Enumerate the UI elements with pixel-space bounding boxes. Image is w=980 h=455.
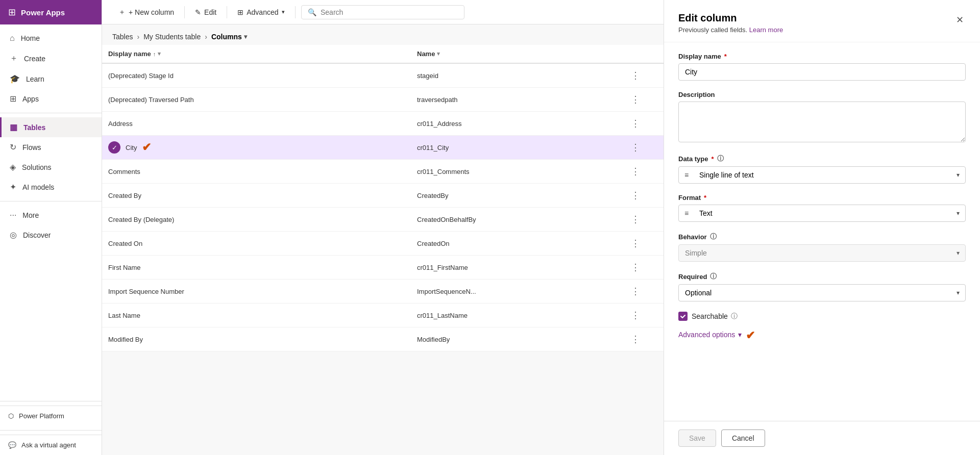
row-menu-button[interactable]: ⋮ (628, 237, 643, 250)
table-row[interactable]: (Deprecated) Stage Id stageid ⋮ (102, 63, 664, 88)
waffle-icon[interactable]: ⊞ (8, 7, 16, 18)
search-icon: 🔍 (308, 8, 316, 16)
table-row[interactable]: Last Name cr011_LastName ⋮ (102, 304, 664, 327)
table-row-selected[interactable]: ✓ City ✔ cr011_City ⋮ (102, 136, 664, 160)
content-area: ＋ + New column ✎ Edit ⊞ Advanced ▾ 🗑 Del… (102, 0, 664, 455)
sidebar-item-label: Solutions (22, 163, 52, 171)
virtual-agent-icon: 💬 (8, 441, 16, 449)
table-row[interactable]: Address cr011_Address ⋮ (102, 112, 664, 136)
row-menu-button[interactable]: ⋮ (628, 285, 643, 298)
behavior-field-group: Behavior ⓘ Simple ▾ (678, 232, 966, 262)
row-menu-button[interactable]: ⋮ (628, 333, 643, 346)
new-column-button[interactable]: ＋ + New column (112, 5, 180, 20)
row-menu-button[interactable]: ⋮ (628, 189, 643, 202)
row-display-name: Created By (102, 184, 411, 208)
sidebar-item-power-platform[interactable]: ⬡ Power Platform (0, 406, 102, 426)
search-input[interactable] (321, 8, 458, 16)
description-textarea[interactable] (678, 102, 966, 142)
required-select[interactable]: Optional (678, 284, 966, 301)
discover-icon: ◎ (10, 230, 17, 240)
orange-checkmark-icon: ✔ (142, 141, 151, 154)
display-name-input[interactable] (678, 63, 966, 81)
table-row[interactable]: First Name cr011_FirstName ⋮ (102, 256, 664, 280)
row-menu-button[interactable]: ⋮ (628, 141, 643, 154)
row-menu-button[interactable]: ⋮ (628, 309, 643, 322)
searchable-checkbox-row: Searchable ⓘ (678, 312, 966, 321)
required-info-icon[interactable]: ⓘ (710, 272, 717, 281)
row-menu-button[interactable]: ⋮ (628, 165, 643, 178)
table-row[interactable]: Created On CreatedOn ⋮ (102, 232, 664, 256)
table-row[interactable]: Created By (Delegate) CreatedOnBehalfBy … (102, 208, 664, 232)
searchable-checkbox[interactable] (678, 312, 688, 321)
name-filter-icon[interactable]: ▾ (437, 50, 440, 57)
top-toolbar: ＋ + New column ✎ Edit ⊞ Advanced ▾ 🗑 Del… (102, 0, 664, 24)
data-type-select[interactable]: Single line of text (678, 166, 966, 184)
format-field-group: Format * ≡ Text ▾ (678, 194, 966, 222)
learn-icon: 🎓 (10, 74, 20, 84)
description-label: Description (678, 91, 966, 98)
breadcrumb-students[interactable]: My Students table (143, 33, 201, 41)
sidebar-item-home[interactable]: ⌂ Home (0, 29, 102, 48)
app-name: Power Apps (21, 8, 65, 17)
row-actions: ⋮ (607, 184, 664, 208)
learn-more-link[interactable]: Learn more (749, 26, 783, 34)
sidebar-item-create[interactable]: ＋ Create (0, 48, 102, 69)
row-menu-button[interactable]: ⋮ (628, 69, 643, 82)
row-api-name: ModifiedBy (411, 327, 607, 351)
advanced-options-button[interactable]: Advanced options ▾ (678, 331, 742, 339)
behavior-select[interactable]: Simple (678, 244, 966, 262)
breadcrumb-dropdown-icon[interactable]: ▾ (244, 33, 247, 40)
column-header-display-name[interactable]: Display name ↑ ▾ (102, 45, 411, 63)
edit-button[interactable]: ✎ Edit (189, 5, 223, 19)
close-panel-button[interactable]: ✕ (954, 12, 966, 28)
data-type-info-icon[interactable]: ⓘ (717, 154, 724, 163)
row-actions: ⋮ (607, 136, 664, 160)
table-row[interactable]: Import Sequence Number ImportSequenceN..… (102, 280, 664, 304)
toolbar-separator-2 (227, 6, 227, 18)
sidebar-item-discover[interactable]: ◎ Discover (0, 225, 102, 245)
sidebar-item-flows[interactable]: ↻ Flows (0, 137, 102, 157)
row-menu-button[interactable]: ⋮ (628, 213, 643, 226)
table-row[interactable]: (Deprecated) Traversed Path traversedpat… (102, 88, 664, 112)
sidebar-item-learn[interactable]: 🎓 Learn (0, 69, 102, 89)
ai-icon: ✦ (10, 182, 16, 192)
searchable-label: Searchable ⓘ (692, 312, 738, 321)
sidebar-item-more[interactable]: ··· More (0, 206, 102, 225)
table-row[interactable]: Modified By ModifiedBy ⋮ (102, 327, 664, 351)
format-select[interactable]: Text (678, 205, 966, 222)
sidebar-item-virtual-agent[interactable]: 💬 Ask a virtual agent (0, 435, 102, 455)
required-label: Required ⓘ (678, 272, 966, 281)
table-row[interactable]: Comments cr011_Comments ⋮ (102, 160, 664, 184)
row-actions: ⋮ (607, 63, 664, 88)
table-row[interactable]: Created By CreatedBy ⋮ (102, 184, 664, 208)
table-container: Display name ↑ ▾ Name ▾ (102, 45, 664, 455)
sidebar-item-apps[interactable]: ⊞ Apps (0, 89, 102, 109)
behavior-label: Behavior ⓘ (678, 232, 966, 241)
sidebar-item-label: More (22, 211, 39, 219)
column-header-name[interactable]: Name ▾ (411, 45, 607, 63)
row-actions: ⋮ (607, 256, 664, 280)
sidebar-item-tables[interactable]: ▦ Tables (0, 117, 102, 137)
row-menu-button[interactable]: ⋮ (628, 117, 643, 130)
sidebar-item-ai-models[interactable]: ✦ AI models (0, 177, 102, 197)
cancel-button[interactable]: Cancel (721, 429, 765, 447)
breadcrumb-current: Columns ▾ (211, 33, 247, 41)
behavior-info-icon[interactable]: ⓘ (710, 232, 717, 241)
data-type-required-star: * (712, 155, 714, 163)
advanced-button[interactable]: ⊞ Advanced ▾ (231, 5, 290, 19)
row-menu-button[interactable]: ⋮ (628, 261, 643, 274)
format-label: Format * (678, 194, 966, 201)
row-api-name: stageid (411, 63, 607, 88)
searchable-info-icon[interactable]: ⓘ (731, 312, 738, 321)
data-type-select-wrapper: ≡ Single line of text ▾ (678, 166, 966, 184)
behavior-select-wrapper: Simple ▾ (678, 244, 966, 262)
row-actions: ⋮ (607, 208, 664, 232)
row-menu-button[interactable]: ⋮ (628, 93, 643, 106)
breadcrumb-tables[interactable]: Tables (112, 33, 133, 41)
checkmark-icon (680, 313, 686, 319)
sidebar-item-solutions[interactable]: ◈ Solutions (0, 157, 102, 177)
filter-icon[interactable]: ▾ (158, 50, 161, 57)
sidebar-nav: ⌂ Home ＋ Create 🎓 Learn ⊞ Apps ▦ Tables … (0, 24, 102, 397)
row-api-name: cr011_Comments (411, 160, 607, 184)
save-button[interactable]: Save (678, 429, 716, 447)
